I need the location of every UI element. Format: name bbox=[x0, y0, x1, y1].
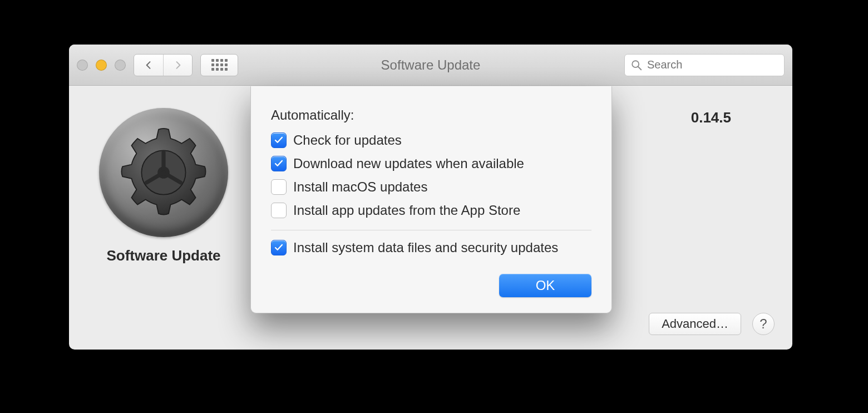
software-update-icon bbox=[99, 108, 228, 237]
back-button[interactable] bbox=[134, 55, 163, 76]
option-download-new-updates[interactable]: Download new updates when available bbox=[271, 152, 591, 175]
option-label: Install app updates from the App Store bbox=[293, 203, 520, 218]
advanced-options-sheet: Automatically: Check for updates Downloa… bbox=[250, 86, 612, 313]
show-all-prefs-button[interactable] bbox=[200, 54, 238, 76]
window-controls bbox=[77, 60, 126, 71]
option-install-security-updates[interactable]: Install system data files and security u… bbox=[271, 236, 591, 259]
option-install-app-updates[interactable]: Install app updates from the App Store bbox=[271, 199, 591, 222]
left-pane: Software Update bbox=[69, 86, 258, 350]
checkbox[interactable] bbox=[271, 203, 287, 218]
option-label: Install macOS updates bbox=[293, 179, 427, 195]
gear-icon bbox=[114, 122, 214, 223]
checkbox[interactable] bbox=[271, 179, 287, 195]
help-button[interactable]: ? bbox=[752, 313, 775, 335]
advanced-button[interactable]: Advanced… bbox=[649, 313, 741, 335]
check-icon bbox=[274, 135, 284, 145]
minimize-window-button[interactable] bbox=[96, 60, 107, 71]
sheet-actions: OK bbox=[271, 274, 591, 297]
footer-controls: Advanced… ? bbox=[649, 313, 775, 335]
nav-back-forward bbox=[134, 54, 193, 76]
search-input[interactable] bbox=[647, 58, 788, 71]
check-icon bbox=[274, 159, 284, 169]
separator bbox=[271, 230, 591, 230]
background-version-fragment: 0.14.5 bbox=[691, 109, 731, 126]
check-icon bbox=[274, 243, 284, 253]
checkbox[interactable] bbox=[271, 240, 287, 255]
chevron-left-icon bbox=[143, 60, 154, 71]
sheet-heading: Automatically: bbox=[271, 107, 591, 123]
titlebar: Software Update bbox=[69, 45, 792, 86]
zoom-window-button[interactable] bbox=[115, 60, 126, 71]
option-label: Download new updates when available bbox=[293, 156, 524, 171]
option-check-for-updates[interactable]: Check for updates bbox=[271, 129, 591, 152]
checkbox[interactable] bbox=[271, 156, 287, 171]
option-install-macos-updates[interactable]: Install macOS updates bbox=[271, 175, 591, 199]
forward-button[interactable] bbox=[163, 55, 192, 76]
svg-line-1 bbox=[638, 66, 642, 70]
option-label: Install system data files and security u… bbox=[293, 240, 558, 255]
close-window-button[interactable] bbox=[77, 60, 88, 71]
option-label: Check for updates bbox=[293, 132, 402, 148]
auto-options-group: Check for updates Download new updates w… bbox=[271, 129, 591, 222]
grid-icon bbox=[211, 59, 228, 71]
ok-button[interactable]: OK bbox=[499, 274, 591, 297]
search-field[interactable] bbox=[624, 54, 785, 76]
chevron-right-icon bbox=[172, 60, 184, 71]
checkbox[interactable] bbox=[271, 132, 287, 148]
software-update-caption: Software Update bbox=[106, 247, 220, 264]
search-icon bbox=[630, 59, 643, 71]
